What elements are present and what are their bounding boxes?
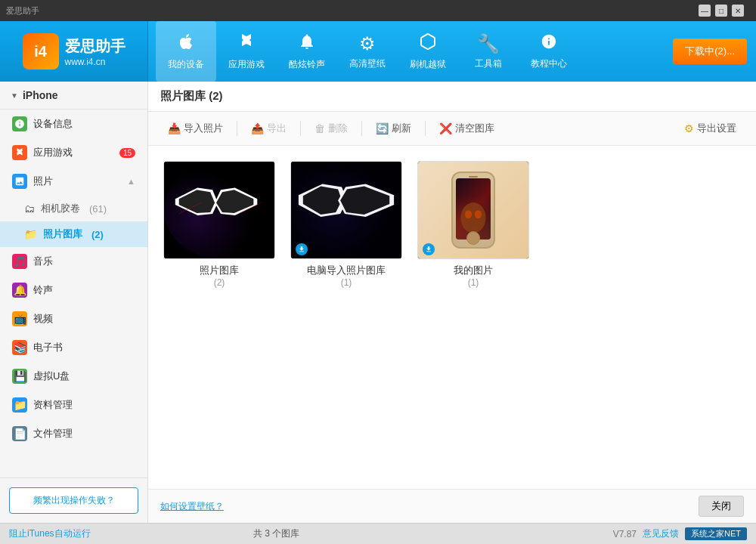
sidebar-item-udisk[interactable]: 💾 虚拟U盘 [0, 362, 147, 391]
export-settings-btn[interactable]: ⚙ 导出设置 [677, 118, 744, 139]
wrench-icon: 🔧 [477, 33, 500, 54]
nav-tabs: 我的设备 应用游戏 酷炫铃声 ⚙ 高清壁纸 [148, 21, 664, 82]
content-header: 照片图库 (2) [148, 82, 756, 112]
app-logo: i4 [23, 33, 59, 70]
close-window-button[interactable]: ✕ [732, 5, 744, 17]
sidebar-item-music[interactable]: 🎵 音乐 [0, 247, 147, 276]
svg-rect-14 [291, 162, 401, 258]
import-btn[interactable]: 📥 导入照片 [160, 118, 231, 139]
minimize-button[interactable]: — [699, 5, 711, 17]
sidebar-item-device-info[interactable]: 设备信息 [0, 110, 147, 138]
svg-point-16 [465, 211, 472, 219]
file-mgr-icon: 📁 [12, 397, 27, 413]
album-name-1: 照片图库 [200, 264, 239, 277]
close-button[interactable]: 关闭 [699, 496, 744, 517]
album-my-photos[interactable]: 我的图片 (1) [417, 161, 529, 288]
settings-icon: ⚙ [684, 122, 694, 134]
sidebar-item-file-mgr[interactable]: 📁 资料管理 [0, 391, 147, 419]
toolbar-sep-4 [425, 121, 426, 136]
udisk-label: 虚拟U盘 [33, 369, 70, 383]
help-link[interactable]: 如何设置壁纸？ [160, 500, 224, 513]
delete-label: 删除 [328, 122, 348, 135]
export-btn[interactable]: 📤 导出 [243, 118, 294, 139]
tab-ringtone[interactable]: 酷炫铃声 [277, 21, 337, 82]
album-pc-import[interactable]: 电脑导入照片图库 (1) [290, 161, 402, 288]
sidebar-footer: 频繁出现操作失败？ [0, 478, 147, 523]
sidebar-item-doc-mgr[interactable]: 📄 文件管理 [0, 419, 147, 448]
toolbar-right: ⚙ 导出设置 [677, 118, 744, 139]
toolbar: 📥 导入照片 📤 导出 🗑 删除 🔄 刷新 ❌ 清空图库 [148, 112, 756, 146]
sidebar-item-video[interactable]: 📺 视频 [0, 304, 147, 333]
svg-point-15 [460, 202, 485, 233]
device-name: iPhone [23, 89, 58, 101]
export-label: 导出 [267, 122, 287, 135]
tab-apps[interactable]: 应用游戏 [216, 21, 277, 82]
import-badge-icon [296, 243, 308, 255]
tab-jailbreak-label: 刷机越狱 [410, 58, 446, 71]
feedback-link[interactable]: 意见反馈 [643, 527, 679, 540]
sidebar-item-ebook[interactable]: 📚 电子书 [0, 333, 147, 362]
tab-my-device[interactable]: 我的设备 [156, 21, 216, 82]
tab-jailbreak[interactable]: 刷机越狱 [398, 21, 458, 82]
bell-icon [298, 32, 316, 55]
clear-btn[interactable]: ❌ 清空图库 [432, 118, 502, 139]
sidebar-item-apps[interactable]: 应用游戏 15 [0, 138, 147, 167]
music-label: 音乐 [33, 255, 53, 268]
doc-mgr-icon: 📄 [12, 426, 27, 441]
trouble-button[interactable]: 频繁出现操作失败？ [9, 487, 138, 514]
album-count-1: (2) [214, 277, 225, 288]
video-icon: 📺 [12, 311, 27, 326]
title-bar: 爱思助手 — □ ✕ [0, 0, 756, 21]
video-label: 视频 [33, 312, 53, 326]
tab-tutorial[interactable]: 教程中心 [519, 21, 579, 82]
album-photo-library[interactable]: 照片图库 (2) [163, 161, 275, 288]
logo-area: i4 爱思助手 www.i4.cn [0, 21, 148, 82]
tab-ringtone-label: 酷炫铃声 [289, 58, 325, 71]
itunes-label[interactable]: 阻止iTunes自动运行 [9, 527, 91, 540]
photo-library-folder-icon: 📁 [24, 228, 37, 240]
tab-wallpaper[interactable]: ⚙ 高清壁纸 [337, 21, 398, 82]
delete-btn[interactable]: 🗑 删除 [307, 118, 355, 139]
tab-tools[interactable]: 🔧 工具箱 [458, 21, 519, 82]
clear-icon: ❌ [439, 122, 452, 134]
device-arrow: ▼ [11, 91, 18, 100]
album-thumb-1 [163, 161, 275, 259]
app-url: www.i4.cn [65, 57, 125, 67]
export-icon: 📤 [251, 122, 264, 134]
content-body: 照片图库 (2) [148, 146, 756, 489]
snowflake-icon: ⚙ [359, 33, 376, 54]
header-right: 下载中(2)... [664, 39, 756, 64]
camera-roll-label: 相机胶卷 [41, 202, 80, 215]
maximize-button[interactable]: □ [715, 5, 727, 17]
tab-tutorial-label: 教程中心 [531, 57, 567, 70]
toolbar-sep-3 [361, 121, 362, 136]
download-button[interactable]: 下载中(2)... [673, 39, 747, 64]
tab-tools-label: 工具箱 [475, 57, 502, 70]
window-controls[interactable]: — □ ✕ [692, 5, 750, 17]
sidebar-item-ringtone[interactable]: 🔔 铃声 [0, 276, 147, 304]
refresh-btn[interactable]: 🔄 刷新 [368, 118, 419, 139]
device-info-label: 设备信息 [33, 117, 73, 131]
photos-expand-arrow: ▲ [127, 177, 135, 186]
sidebar-sub-photo-library[interactable]: 📁 照片图库 (2) [0, 221, 147, 247]
title-bar-logo: 爱思助手 [6, 5, 39, 17]
album-thumb-3 [417, 161, 529, 259]
ringtone-label: 铃声 [33, 283, 53, 297]
version-text: V7.87 [613, 529, 637, 539]
sidebar-sub-camera-roll[interactable]: 🗂 相机胶卷 (61) [0, 196, 147, 221]
music-icon: 🎵 [12, 254, 27, 269]
sidebar-item-photos[interactable]: 照片 ▲ [0, 167, 147, 196]
apps-label: 应用游戏 [33, 146, 73, 159]
apple-icon [177, 32, 195, 55]
main-layout: ▼ iPhone 设备信息 应用游戏 15 照片 ▲ 🗂 相机胶卷 [0, 82, 756, 523]
camera-roll-folder-icon: 🗂 [24, 202, 35, 215]
device-info-icon [12, 116, 27, 131]
clear-label: 清空图库 [455, 122, 494, 135]
app-title: 爱思助手 [65, 36, 125, 57]
album-count-2: (1) [341, 277, 352, 288]
camera-roll-count: (61) [89, 203, 107, 215]
app-name-small: 爱思助手 [6, 5, 39, 17]
tab-wallpaper-label: 高清壁纸 [349, 57, 386, 70]
status-center: 共 3 个图库 [253, 527, 299, 540]
box-icon [419, 32, 437, 55]
